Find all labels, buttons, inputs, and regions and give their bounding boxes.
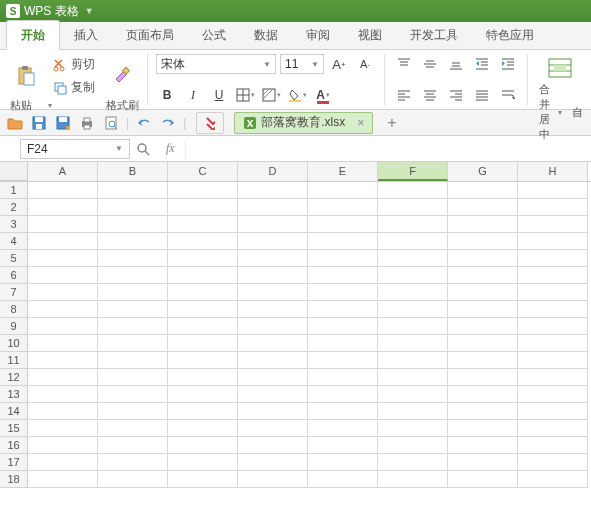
col-header-E[interactable]: E [308,162,378,181]
search-icon[interactable] [130,142,156,156]
cell[interactable] [308,199,378,216]
cell[interactable] [518,216,588,233]
cell[interactable] [168,267,238,284]
increase-font-button[interactable]: A+ [328,54,350,74]
col-header-B[interactable]: B [98,162,168,181]
font-family-combo[interactable]: 宋体▼ [156,54,276,74]
cell[interactable] [98,284,168,301]
border-button[interactable]: ▾ [234,85,256,105]
col-header-D[interactable]: D [238,162,308,181]
cell[interactable] [98,471,168,488]
preview-icon[interactable] [102,114,120,132]
fill-pattern-button[interactable]: ▾ [260,85,282,105]
cell[interactable] [308,471,378,488]
italic-button[interactable]: I [182,85,204,105]
cell[interactable] [448,352,518,369]
cell[interactable] [448,454,518,471]
decrease-indent-button[interactable] [471,54,493,74]
cell[interactable] [448,284,518,301]
cell[interactable] [168,369,238,386]
cell[interactable] [518,233,588,250]
cell[interactable] [28,267,98,284]
cell[interactable] [238,182,308,199]
cell[interactable] [168,352,238,369]
cell[interactable] [378,318,448,335]
cell[interactable] [378,267,448,284]
cell[interactable] [378,216,448,233]
cell[interactable] [168,471,238,488]
cell[interactable] [308,233,378,250]
cell[interactable] [168,403,238,420]
cell[interactable] [238,301,308,318]
col-header-G[interactable]: G [448,162,518,181]
wrap-text-button[interactable] [497,85,519,105]
row-header-13[interactable]: 13 [0,386,28,403]
cell[interactable] [378,403,448,420]
cell[interactable] [518,420,588,437]
row-header-5[interactable]: 5 [0,250,28,267]
cell[interactable] [28,250,98,267]
cell[interactable] [28,386,98,403]
cell[interactable] [238,267,308,284]
doc-tab-file[interactable]: x 部落窝教育.xlsx × [234,112,373,134]
cell[interactable] [168,386,238,403]
cell[interactable] [378,471,448,488]
cell[interactable] [28,182,98,199]
row-header-11[interactable]: 11 [0,352,28,369]
cell[interactable] [448,216,518,233]
cell[interactable] [308,403,378,420]
row-header-8[interactable]: 8 [0,301,28,318]
col-header-H[interactable]: H [518,162,588,181]
cell[interactable] [378,250,448,267]
cell[interactable] [168,420,238,437]
cell[interactable] [518,369,588,386]
cell[interactable] [28,301,98,318]
tab-special[interactable]: 特色应用 [472,21,548,49]
cell[interactable] [168,250,238,267]
format-painter-button[interactable] [103,62,139,90]
cell[interactable] [518,335,588,352]
cell[interactable] [28,216,98,233]
cell[interactable] [308,284,378,301]
cell[interactable] [98,335,168,352]
underline-button[interactable]: U [208,85,230,105]
cell[interactable] [378,369,448,386]
doc-tab-home[interactable] [196,112,224,134]
increase-indent-button[interactable] [497,54,519,74]
cell[interactable] [238,233,308,250]
row-header-14[interactable]: 14 [0,403,28,420]
cell[interactable] [98,182,168,199]
cell[interactable] [28,437,98,454]
cell[interactable] [448,301,518,318]
row-header-6[interactable]: 6 [0,267,28,284]
cell[interactable] [28,369,98,386]
cell[interactable] [28,454,98,471]
cell[interactable] [168,284,238,301]
cell[interactable] [378,352,448,369]
cell[interactable] [28,471,98,488]
cell[interactable] [168,216,238,233]
cell[interactable] [98,267,168,284]
col-header-C[interactable]: C [168,162,238,181]
tab-data[interactable]: 数据 [240,21,292,49]
cell[interactable] [378,284,448,301]
cell[interactable] [518,301,588,318]
cell[interactable] [238,403,308,420]
cell[interactable] [28,403,98,420]
cell[interactable] [308,369,378,386]
col-header-A[interactable]: A [28,162,98,181]
tab-formula[interactable]: 公式 [188,21,240,49]
cell[interactable] [308,352,378,369]
cell[interactable] [518,386,588,403]
cell[interactable] [238,199,308,216]
align-left-button[interactable] [393,85,415,105]
cell[interactable] [28,233,98,250]
fx-label[interactable]: fx [156,141,185,156]
cell[interactable] [518,199,588,216]
cell[interactable] [378,386,448,403]
cell[interactable] [238,437,308,454]
cell[interactable] [98,216,168,233]
row-header-2[interactable]: 2 [0,199,28,216]
cell[interactable] [98,352,168,369]
cell[interactable] [518,318,588,335]
